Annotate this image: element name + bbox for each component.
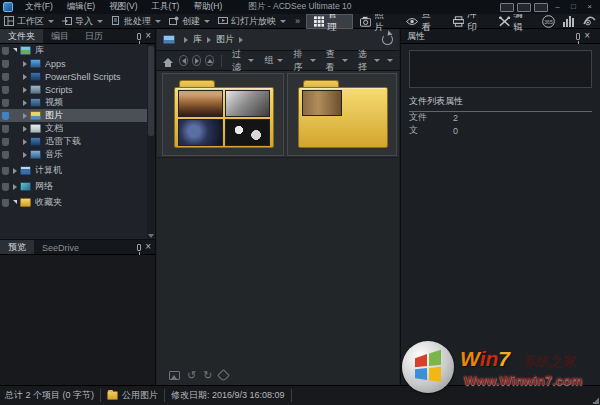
home-icon[interactable] xyxy=(163,58,173,63)
tab-preview[interactable]: 预览 xyxy=(0,240,34,254)
easy-select-marker[interactable] xyxy=(2,86,9,94)
easy-select-marker[interactable] xyxy=(2,112,9,120)
easy-select-marker[interactable] xyxy=(2,151,9,159)
rotate-right-icon[interactable]: ↻ xyxy=(203,369,212,382)
expander-icon[interactable] xyxy=(23,113,27,119)
easy-select-marker[interactable] xyxy=(2,60,9,68)
batch-button[interactable]: 批处理 xyxy=(107,14,165,29)
workspace-button[interactable]: 工作区 xyxy=(0,14,58,29)
back-button[interactable] xyxy=(179,55,188,66)
menu-help[interactable]: 帮助(H) xyxy=(186,1,229,13)
file-list[interactable]: ↺ ↻ xyxy=(157,71,399,385)
tree-item-downloads[interactable]: 迅雷下载 xyxy=(0,135,155,148)
minimize-button[interactable]: – xyxy=(551,2,564,12)
tag-icon[interactable] xyxy=(218,369,231,382)
easy-select-marker[interactable] xyxy=(2,47,9,55)
easy-select-marker[interactable] xyxy=(2,183,9,191)
tree-item-documents[interactable]: 文档 xyxy=(0,122,155,135)
folder-icon xyxy=(298,80,388,148)
folder-tile-2[interactable] xyxy=(287,73,397,156)
menu-view[interactable]: 视图(V) xyxy=(102,1,144,13)
theme-button-2[interactable] xyxy=(517,3,531,12)
theme-button-1[interactable] xyxy=(500,3,514,12)
easy-select-marker[interactable] xyxy=(2,199,9,207)
expander-icon[interactable] xyxy=(23,126,27,132)
expander-icon[interactable] xyxy=(23,74,27,80)
tree-item-computer[interactable]: 计算机 xyxy=(0,164,155,177)
image-tool-icon[interactable] xyxy=(169,371,180,380)
close-icon[interactable]: × xyxy=(145,31,151,41)
expander-icon[interactable] xyxy=(23,139,27,145)
scrollbar-thumb[interactable] xyxy=(148,46,154,136)
easy-select-marker[interactable] xyxy=(2,99,9,107)
filterbar-overflow-icon[interactable] xyxy=(387,59,393,62)
tree-item-favorites[interactable]: 收藏夹 xyxy=(0,196,155,209)
slideshow-button[interactable]: 幻灯片放映 xyxy=(214,14,290,29)
property-row: 文件 2 xyxy=(409,111,592,124)
folder-tile-1[interactable] xyxy=(162,73,284,156)
easy-select-marker[interactable] xyxy=(2,167,9,175)
expander-icon[interactable] xyxy=(23,61,27,67)
pin-icon[interactable] xyxy=(137,244,141,251)
close-button[interactable]: × xyxy=(583,2,596,12)
breadcrumb-library[interactable]: 库 xyxy=(193,33,202,46)
toolbar-overflow-chevron[interactable]: » xyxy=(290,16,304,26)
tree-item-music[interactable]: 音乐 xyxy=(0,148,155,161)
mode-develop[interactable]: 冲印 xyxy=(446,14,492,29)
sort-dropdown[interactable]: 排序 xyxy=(290,48,318,74)
tree-item-label: Scripts xyxy=(45,85,73,95)
tree-item-powershell-scripts[interactable]: PowerShell Scripts xyxy=(0,70,155,83)
file-list-row xyxy=(157,71,399,158)
pin-icon[interactable] xyxy=(137,33,141,40)
mode-photos[interactable]: 照片 xyxy=(353,14,399,29)
tree-item-videos[interactable]: 视频 xyxy=(0,96,155,109)
expander-icon[interactable] xyxy=(13,200,17,207)
theme-button-3[interactable] xyxy=(534,3,548,12)
tab-seedrive[interactable]: SeeDrive xyxy=(34,240,87,254)
mode-edit[interactable]: 编辑 xyxy=(492,14,538,29)
select-dropdown[interactable]: 选择 xyxy=(355,48,383,74)
tree-scrollbar[interactable] xyxy=(147,44,155,239)
menu-edit[interactable]: 编辑(E) xyxy=(60,1,102,13)
mode-view[interactable]: 查看 xyxy=(399,14,446,29)
tab-folders[interactable]: 文件夹 xyxy=(0,29,43,43)
tree-item-scripts[interactable]: Scripts xyxy=(0,83,155,96)
menu-tools[interactable]: 工具(T) xyxy=(145,1,187,13)
filter-dropdown[interactable]: 过滤 xyxy=(229,48,257,74)
expander-icon[interactable] xyxy=(13,168,17,174)
tree-item-pictures[interactable]: 图片 xyxy=(0,109,155,122)
tab-catalog[interactable]: 编目 xyxy=(43,29,77,43)
tree-item-apps[interactable]: Apps xyxy=(0,57,155,70)
expander-icon[interactable] xyxy=(23,100,27,106)
expander-icon[interactable] xyxy=(23,87,27,93)
pin-icon[interactable] xyxy=(576,33,580,40)
mode-manage[interactable]: 管理 xyxy=(306,14,353,29)
expander-icon[interactable] xyxy=(13,184,17,190)
acdsee-365-button[interactable]: 365 xyxy=(538,15,559,28)
expander-icon[interactable] xyxy=(23,152,27,158)
view-dropdown[interactable]: 查看 xyxy=(323,48,351,74)
maximize-button[interactable]: □ xyxy=(567,2,580,12)
easy-select-marker[interactable] xyxy=(2,138,9,146)
expander-icon[interactable] xyxy=(13,48,17,55)
close-icon[interactable]: × xyxy=(584,31,590,41)
mobile-sync-button[interactable] xyxy=(579,16,600,27)
tab-calendar[interactable]: 日历 xyxy=(77,29,111,43)
easy-select-marker[interactable] xyxy=(2,125,9,133)
rotate-left-icon[interactable]: ↺ xyxy=(187,369,196,382)
import-button[interactable]: 导入 xyxy=(58,14,107,29)
menu-file[interactable]: 文件(F) xyxy=(18,1,60,13)
refresh-icon[interactable] xyxy=(382,34,393,45)
breadcrumb-pictures[interactable]: 图片 xyxy=(216,33,234,46)
dashboard-button[interactable] xyxy=(559,15,579,27)
up-button[interactable] xyxy=(205,55,214,66)
forward-button[interactable] xyxy=(192,55,201,66)
tree-item-network[interactable]: 网络 xyxy=(0,180,155,193)
tree-item-library[interactable]: 库 xyxy=(0,44,155,57)
resize-grip[interactable] xyxy=(592,397,599,404)
create-button[interactable]: 创建 xyxy=(165,14,214,29)
scroll-down-icon[interactable] xyxy=(148,234,154,238)
group-dropdown[interactable]: 组 xyxy=(261,54,286,67)
easy-select-marker[interactable] xyxy=(2,73,9,81)
close-icon[interactable]: × xyxy=(145,242,151,252)
